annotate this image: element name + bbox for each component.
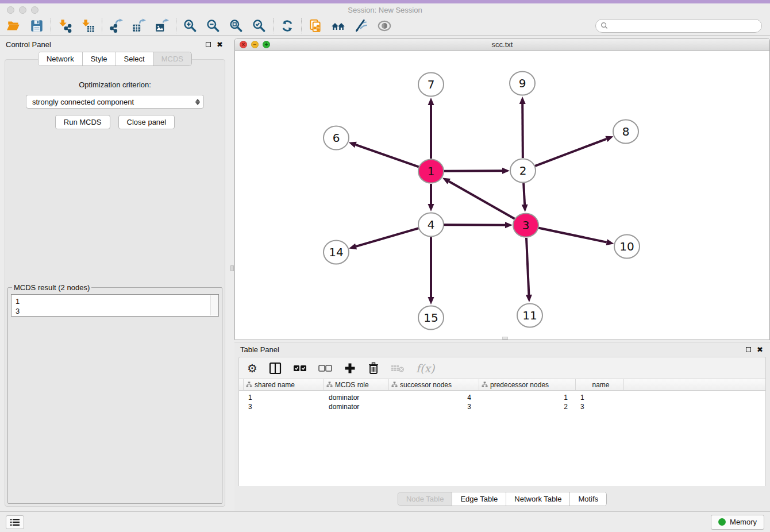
edge-3-10[interactable]	[538, 228, 607, 242]
result-scrollbar[interactable]	[210, 295, 218, 315]
export-network-icon[interactable]	[108, 18, 124, 34]
edge-3-11[interactable]	[526, 238, 529, 295]
function-builder-icon[interactable]: f(x)	[416, 362, 435, 375]
graph-node-14[interactable]: 14	[324, 241, 349, 264]
task-history-button[interactable]	[6, 515, 24, 529]
column-header-name[interactable]: name	[576, 379, 624, 390]
tab-style[interactable]: Style	[83, 52, 116, 65]
float-panel-icon[interactable]	[206, 42, 211, 47]
column-header-successor-nodes[interactable]: successor nodes	[389, 379, 479, 390]
graph-node-7[interactable]: 7	[418, 73, 444, 97]
graph-node-10[interactable]: 10	[614, 235, 640, 259]
edge-arrowhead	[428, 297, 434, 304]
tab-edge-table[interactable]: Edge Table	[452, 492, 506, 506]
eye-icon[interactable]	[376, 18, 392, 34]
graph-node-11[interactable]: 11	[517, 304, 542, 327]
table-row[interactable]: 1dominator411	[239, 393, 765, 402]
export-table-icon[interactable]	[131, 18, 147, 34]
graph-node-2[interactable]: 2	[510, 159, 536, 183]
cell-predecessor-nodes[interactable]: 2	[479, 402, 576, 411]
cell-MCDS-role[interactable]: dominator	[324, 393, 389, 402]
close-panel-button[interactable]: Close panel	[118, 115, 175, 129]
home-icon[interactable]	[330, 18, 346, 34]
table-tabs: Node TableEdge TableNetwork TableMotifs	[398, 492, 607, 506]
tab-motifs[interactable]: Motifs	[570, 492, 606, 506]
edge-4-14[interactable]	[356, 228, 419, 246]
graph-node-1[interactable]: 1	[418, 160, 444, 183]
panel-splitter[interactable]	[230, 36, 234, 511]
cell-predecessor-nodes[interactable]: 1	[479, 393, 576, 402]
tab-mcds[interactable]: MCDS	[153, 52, 191, 65]
edge-3-1[interactable]	[449, 182, 515, 219]
delete-column-icon[interactable]	[368, 362, 379, 375]
split-panel-icon[interactable]	[269, 362, 282, 375]
zoom-fit-icon[interactable]	[228, 18, 244, 34]
network-canvas[interactable]: 1234678910111415	[235, 51, 769, 340]
edge-1-2[interactable]	[444, 171, 502, 171]
edge-2-8[interactable]	[535, 139, 607, 166]
graph-node-8[interactable]: 8	[613, 120, 638, 144]
graph-node-9[interactable]: 9	[510, 72, 535, 95]
save-session-icon[interactable]	[29, 18, 45, 34]
graph-node-4[interactable]: 4	[418, 213, 444, 237]
delete-table-icon[interactable]	[391, 363, 405, 373]
column-header-predecessor-nodes[interactable]: predecessor nodes	[479, 379, 576, 390]
import-table-icon[interactable]	[80, 18, 96, 34]
tab-node-table[interactable]: Node Table	[398, 492, 453, 506]
cell-name[interactable]: 3	[576, 402, 624, 411]
graph-node-3[interactable]: 3	[513, 214, 538, 237]
column-header-MCDS-role[interactable]: MCDS role	[324, 379, 389, 390]
open-session-icon[interactable]	[6, 18, 22, 34]
memory-status-icon	[718, 518, 726, 526]
float-table-panel-icon[interactable]	[746, 347, 751, 352]
network-minimize-button[interactable]: −	[251, 41, 259, 48]
search-input[interactable]	[595, 19, 762, 33]
edge-2-3[interactable]	[523, 183, 525, 205]
hide-style-icon[interactable]	[353, 18, 369, 34]
cell-MCDS-role[interactable]: dominator	[324, 402, 389, 411]
cell-name[interactable]: 1	[576, 393, 624, 402]
edge-4-3[interactable]	[444, 225, 505, 225]
export-image-icon[interactable]	[154, 18, 170, 34]
run-mcds-button[interactable]: Run MCDS	[55, 115, 110, 129]
deselect-all-icon[interactable]	[318, 364, 332, 372]
close-table-panel-icon[interactable]: ✖	[757, 346, 763, 353]
network-maximize-button[interactable]: +	[263, 41, 270, 48]
tab-select[interactable]: Select	[116, 52, 153, 65]
list-icon	[10, 518, 20, 526]
network-resize-grip[interactable]	[502, 337, 508, 340]
edge-arrowhead	[606, 239, 614, 245]
table-settings-icon[interactable]: ⚙	[247, 361, 257, 375]
refresh-layout-icon[interactable]	[279, 18, 295, 34]
edge-1-6[interactable]	[356, 145, 419, 167]
tab-network-table[interactable]: Network Table	[506, 492, 570, 506]
cell-successor-nodes[interactable]: 4	[389, 393, 479, 402]
zoom-out-icon[interactable]	[205, 18, 221, 34]
zoom-selected-icon[interactable]	[251, 18, 267, 34]
network-close-button[interactable]: ×	[240, 41, 247, 48]
select-all-icon[interactable]	[293, 364, 307, 372]
splitter-grip[interactable]	[230, 265, 234, 271]
close-panel-icon[interactable]: ✖	[217, 41, 223, 48]
node-label: 1	[428, 164, 435, 178]
criterion-dropdown-value: strongly connected component	[32, 98, 134, 106]
cell-shared-name[interactable]: 3	[244, 402, 324, 411]
zoom-in-icon[interactable]	[182, 18, 198, 34]
application-window: Session: New Session	[0, 0, 770, 532]
column-header-shared-name[interactable]: shared name	[244, 379, 324, 390]
memory-button[interactable]: Memory	[711, 515, 764, 530]
tab-network[interactable]: Network	[38, 52, 83, 65]
graph-node-6[interactable]: 6	[324, 126, 349, 150]
add-column-icon[interactable]	[344, 362, 356, 375]
cell-shared-name[interactable]: 1	[244, 393, 324, 402]
table-toolbar: ⚙	[238, 357, 766, 379]
import-network-icon[interactable]	[57, 18, 73, 34]
clone-network-icon[interactable]	[307, 18, 324, 34]
criterion-dropdown[interactable]: strongly connected component	[26, 95, 204, 109]
graph-node-15[interactable]: 15	[418, 306, 444, 330]
mcds-result-list[interactable]: 13	[11, 294, 219, 317]
edge-2-9[interactable]	[522, 104, 523, 158]
cell-successor-nodes[interactable]: 3	[389, 402, 479, 411]
table-row[interactable]: 3dominator323	[239, 402, 765, 411]
search-text-field[interactable]	[611, 22, 757, 30]
